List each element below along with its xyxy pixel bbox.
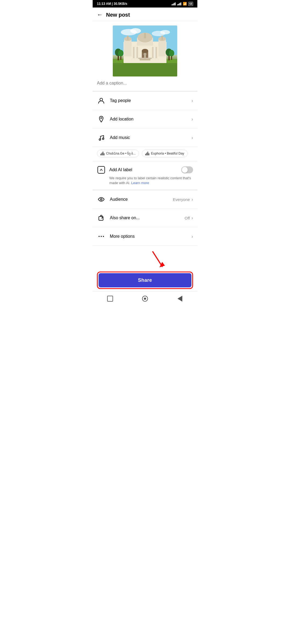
svg-point-38 (102, 138, 104, 140)
ai-label-title: Add AI label (109, 167, 132, 172)
back-icon (177, 296, 182, 302)
signal-icon (172, 2, 176, 5)
tag-people-item[interactable]: Tag people › (93, 92, 197, 110)
learn-more-link[interactable]: Learn more (131, 181, 149, 185)
bars-icon (100, 152, 104, 155)
audience-value: Everyone (173, 197, 190, 202)
person-icon (97, 96, 106, 105)
ai-label-section: Add AI label We require you to label cer… (93, 161, 197, 190)
svg-rect-13 (127, 36, 129, 40)
share-section: Share (93, 246, 197, 291)
add-music-item[interactable]: Add music › (93, 129, 197, 147)
also-share-item[interactable]: Also share on... Off › (93, 209, 197, 227)
more-options-label: More options (110, 234, 191, 239)
svg-point-32 (169, 50, 174, 56)
nav-home-button[interactable] (141, 295, 149, 303)
eye-icon (97, 195, 106, 204)
music-pills: Chub1na.Ge • ნუ ბ... Euphoria • Beatiful… (93, 147, 197, 161)
add-location-item[interactable]: Add location › (93, 110, 197, 129)
svg-point-22 (142, 49, 148, 53)
ai-label-left: Add AI label (97, 166, 132, 174)
more-options-item[interactable]: More options › (93, 227, 197, 246)
post-image[interactable] (113, 25, 177, 76)
lower-menu-section: Audience Everyone › Also share on... Off… (93, 190, 197, 246)
svg-rect-18 (136, 47, 138, 58)
red-arrow-svg (147, 249, 169, 270)
square-icon (107, 296, 113, 302)
music-pill-1[interactable]: Chub1na.Ge • ნუ ბ... (97, 150, 139, 157)
caption-area[interactable] (93, 76, 197, 91)
add-location-label: Add location (110, 117, 191, 122)
chevron-right-icon: › (191, 234, 193, 239)
menu-section: Tag people › Add location › Add music › (93, 91, 197, 147)
svg-rect-11 (124, 39, 132, 56)
music-pill-2[interactable]: Euphoria • Beatiful Day (142, 150, 188, 157)
chevron-right-icon: › (191, 215, 193, 221)
tag-people-label: Tag people (110, 98, 191, 103)
pill-2-label: Euphoria • Beatiful Day (151, 152, 184, 155)
status-time: 11:13 AM | 30.5KB/s (97, 2, 127, 6)
chevron-right-icon: › (191, 98, 193, 104)
svg-rect-14 (158, 39, 166, 56)
pill-1-label: Chub1na.Ge • ნუ ბ... (106, 152, 136, 155)
chevron-right-icon: › (191, 116, 193, 122)
svg-point-43 (103, 236, 104, 237)
page-title: New post (106, 12, 130, 18)
audience-item[interactable]: Audience Everyone › (93, 190, 197, 209)
status-bar: 11:13 AM | 30.5KB/s 📶 68 (93, 0, 197, 8)
ai-label-icon (97, 166, 106, 174)
toggle-knob (182, 167, 188, 173)
svg-point-35 (100, 98, 103, 101)
svg-point-4 (160, 30, 170, 34)
chevron-right-icon: › (191, 135, 193, 141)
share-icon (97, 214, 106, 222)
wifi-icon: 📶 (183, 2, 187, 6)
bottom-navigation (93, 291, 197, 306)
svg-point-34 (144, 53, 146, 56)
svg-rect-40 (99, 217, 103, 220)
svg-rect-19 (152, 47, 154, 58)
annotation-arrow (97, 249, 193, 272)
building-svg (113, 25, 177, 76)
signal-icon-2 (177, 2, 181, 5)
ai-label-description: We require you to label certain realisti… (109, 176, 193, 185)
share-button[interactable]: Share (99, 273, 191, 287)
nav-back-button[interactable] (176, 295, 184, 303)
svg-rect-16 (161, 36, 163, 40)
battery-icon: 68 (189, 2, 193, 6)
svg-rect-10 (144, 33, 146, 38)
music-icon (97, 133, 106, 142)
ai-label-toggle[interactable] (181, 166, 193, 173)
circle-icon (142, 296, 148, 302)
also-share-value: Off (184, 216, 190, 220)
svg-rect-17 (133, 47, 135, 58)
svg-line-44 (153, 252, 162, 266)
svg-point-28 (118, 50, 124, 56)
svg-point-42 (101, 236, 102, 237)
share-button-wrapper: Share (97, 272, 193, 289)
audience-label: Audience (110, 197, 173, 202)
also-share-label: Also share on... (110, 215, 184, 220)
caption-input[interactable] (97, 81, 193, 86)
svg-point-36 (101, 118, 102, 119)
add-music-label: Add music (110, 135, 191, 140)
svg-point-39 (100, 199, 102, 200)
photo-container (93, 21, 197, 76)
svg-point-37 (99, 139, 101, 140)
svg-point-41 (99, 236, 100, 237)
back-button[interactable]: ← (97, 11, 103, 18)
ai-label-header: Add AI label (97, 166, 193, 174)
location-icon (97, 115, 106, 123)
svg-point-2 (130, 28, 141, 34)
nav-square-button[interactable] (106, 295, 114, 303)
bars-icon (145, 152, 149, 155)
header: ← New post (93, 8, 197, 21)
chevron-right-icon: › (191, 197, 193, 202)
dots-icon (97, 232, 106, 241)
ai-icon-shape (97, 166, 105, 174)
status-icons: 📶 68 (172, 2, 193, 6)
svg-rect-20 (155, 47, 157, 58)
